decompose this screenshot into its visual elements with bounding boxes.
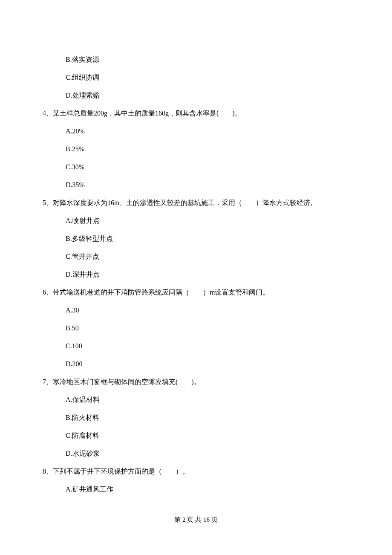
question-8: 8、下列不属于井下环境保护方面的是（ ）。	[43, 466, 349, 477]
q7-option-a: A.保温材料	[66, 395, 349, 405]
question-5: 5、对降水深度要求为16m、土的渗透性又较差的基坑施工，采用（ ）降水方式较经济…	[43, 198, 349, 208]
q5-option-a: A.喷射井点	[66, 216, 349, 226]
q6-option-b: B.50	[66, 323, 349, 333]
q4-option-d: D.35%	[66, 180, 349, 190]
q4-option-a: A.20%	[66, 126, 349, 136]
question-4: 4、某土样总质量200g，其中土的质量160g，则其含水率是( )。	[43, 108, 349, 119]
q7-option-d: D.水泥砂浆	[66, 448, 349, 459]
q6-option-c: C.100	[66, 341, 349, 351]
q4-option-c: C.30%	[66, 162, 349, 172]
q8-option-a: A.矿井通风工作	[66, 484, 349, 494]
q4-option-b: B.25%	[66, 144, 349, 154]
page-footer: 第 2 页 共 16 页	[0, 515, 392, 525]
q7-option-c: C.防腐材料	[66, 431, 349, 441]
document-page: B.落实资源 C.组织协调 D.处理索赔 4、某土样总质量200g，其中土的质量…	[0, 0, 392, 537]
q7-option-b: B.防火材料	[66, 413, 349, 423]
q6-option-d: D.200	[66, 359, 349, 369]
option-pre-d: D.处理索赔	[66, 90, 349, 101]
option-pre-c: C.组织协调	[66, 72, 349, 83]
q5-option-c: C.管井井点	[66, 251, 349, 262]
q5-option-b: B.多级轻型井点	[66, 234, 349, 244]
question-7: 7、寒冷地区木门窗框与砌体间的空隙应填充( )。	[43, 377, 349, 387]
q5-option-d: D.深井井点	[66, 269, 349, 280]
q6-option-a: A.30	[66, 305, 349, 315]
question-6: 6、带式输送机巷道的井下消防管路系统应间隔（ ）m设置支管和阀门。	[43, 287, 349, 298]
option-pre-b: B.落实资源	[66, 55, 349, 65]
